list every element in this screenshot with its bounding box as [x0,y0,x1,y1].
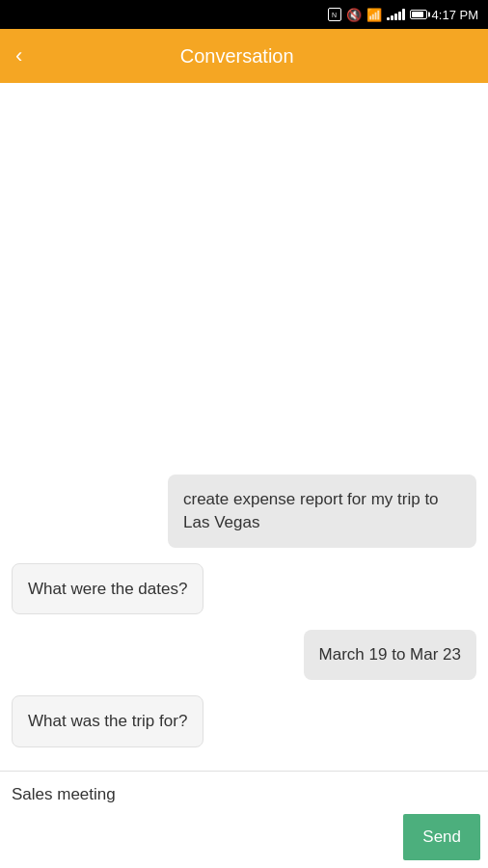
list-item: What was the trip for? [12,695,476,747]
message-text: What was the trip for? [28,712,187,730]
status-time: 4:17 PM [432,8,478,22]
message-text: create expense report for my trip to Las… [183,490,439,531]
signal-bars-icon [387,9,405,20]
back-button[interactable]: ‹ [15,43,22,68]
message-input[interactable]: Sales meeting [0,772,403,868]
incoming-message-bubble: What was the trip for? [12,695,203,747]
status-bar: N 🔇 📶 4:17 PM [0,0,488,29]
list-item: March 19 to Mar 23 [12,630,476,680]
list-item: What were the dates? [12,563,476,615]
message-list: create expense report for my trip to Las… [12,475,476,755]
nfc-icon: N [328,8,341,21]
incoming-message-bubble: What were the dates? [12,563,203,615]
message-text: What were the dates? [28,580,187,598]
chat-area: create expense report for my trip to Las… [0,83,488,771]
nav-bar: ‹ Conversation [0,29,488,83]
input-area: Sales meeting Send [0,771,488,868]
list-item: create expense report for my trip to Las… [12,475,476,548]
outgoing-message-bubble: March 19 to Mar 23 [304,630,476,680]
battery-icon [410,10,427,19]
send-button[interactable]: Send [403,814,480,860]
wifi-icon: 📶 [366,8,382,22]
page-title: Conversation [38,45,436,68]
mute-icon: 🔇 [346,8,362,22]
outgoing-message-bubble: create expense report for my trip to Las… [168,475,476,548]
message-text: March 19 to Mar 23 [319,645,461,664]
